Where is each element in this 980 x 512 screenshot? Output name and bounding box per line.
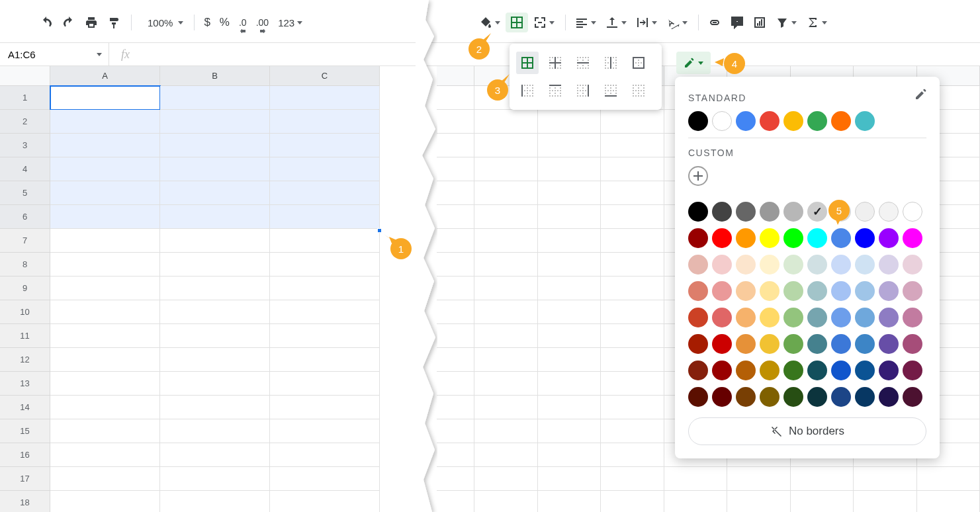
row-header[interactable]: 12 [0,348,50,372]
color-swatch[interactable] [807,228,827,248]
cell[interactable] [270,300,380,324]
color-swatch[interactable] [760,387,780,407]
cell[interactable] [601,467,664,491]
print-button[interactable] [81,13,102,32]
cell[interactable] [160,157,270,181]
text-wrap-button[interactable] [632,13,661,32]
cell[interactable] [538,419,601,443]
border-horizontal-button[interactable] [572,52,594,74]
insert-comment-button[interactable] [727,13,748,32]
color-swatch[interactable] [855,255,875,275]
color-swatch[interactable] [712,111,732,131]
cell[interactable] [160,300,270,324]
selection-handle[interactable] [377,228,382,233]
cell[interactable] [160,372,270,396]
cell[interactable] [270,86,380,110]
cell[interactable] [270,157,380,181]
row-header[interactable]: 3 [0,134,50,157]
cell[interactable] [160,110,270,134]
color-swatch[interactable] [807,361,827,380]
color-swatch[interactable] [736,308,756,327]
cell[interactable] [270,110,380,134]
cell[interactable] [160,253,270,277]
row-header[interactable]: 2 [0,110,50,134]
cell[interactable] [160,396,270,419]
cell[interactable] [437,253,474,277]
color-swatch[interactable] [712,228,732,248]
cell[interactable] [160,348,270,372]
cell[interactable] [538,229,601,253]
border-bottom-button[interactable] [600,79,622,102]
cell[interactable] [727,491,790,512]
add-custom-color-button[interactable] [688,166,708,186]
cell[interactable] [538,443,601,467]
cell[interactable] [437,491,474,512]
cell[interactable] [50,396,160,419]
cell[interactable] [270,348,380,372]
color-swatch[interactable] [807,202,827,222]
row-header[interactable]: 9 [0,277,50,300]
color-swatch[interactable] [712,281,732,301]
cell[interactable] [664,491,727,512]
cell[interactable] [160,229,270,253]
cell[interactable] [538,205,601,229]
row-header[interactable]: 11 [0,324,50,348]
color-swatch[interactable] [831,387,851,407]
border-top-button[interactable] [544,79,566,102]
cell[interactable] [601,300,664,324]
row-header[interactable]: 15 [0,419,50,443]
color-swatch[interactable] [760,111,780,131]
cell[interactable] [160,419,270,443]
cell[interactable] [270,443,380,467]
row-header[interactable]: 17 [0,467,50,491]
color-swatch[interactable] [903,308,922,327]
color-swatch[interactable] [688,361,708,380]
color-swatch[interactable] [903,281,922,301]
color-swatch[interactable] [807,308,827,327]
color-swatch[interactable] [879,308,899,327]
color-swatch[interactable] [783,228,803,248]
decrease-decimal-button[interactable]: .0 [235,13,251,32]
cell[interactable] [538,110,601,134]
color-swatch[interactable] [688,387,708,407]
cell[interactable] [50,277,160,300]
cell[interactable] [474,467,537,491]
color-swatch[interactable] [760,308,780,327]
color-swatch[interactable] [831,111,851,131]
cell[interactable] [601,157,664,181]
cell[interactable] [50,253,160,277]
cell[interactable] [854,491,916,512]
cell[interactable] [50,324,160,348]
color-swatch[interactable] [903,387,922,407]
color-swatch[interactable] [712,202,732,222]
color-swatch[interactable] [712,361,732,380]
cell[interactable] [160,277,270,300]
row-header[interactable]: 16 [0,443,50,467]
color-swatch[interactable] [831,308,851,327]
cell[interactable] [437,348,474,372]
border-clear-button[interactable] [627,79,650,102]
cell[interactable] [160,443,270,467]
color-swatch[interactable] [903,202,922,222]
cell[interactable] [437,181,474,205]
color-swatch[interactable] [879,334,899,354]
cell[interactable] [50,229,160,253]
color-swatch[interactable] [760,361,780,380]
cell[interactable] [437,467,474,491]
undo-button[interactable] [36,13,57,32]
border-right-button[interactable] [572,79,594,102]
cell[interactable] [474,324,537,348]
column-header[interactable]: B [160,66,270,86]
text-rotation-button[interactable] [662,13,691,32]
cell[interactable] [50,491,160,512]
color-swatch[interactable] [903,334,922,354]
color-swatch[interactable] [783,387,803,407]
cell[interactable] [50,86,160,110]
cell[interactable] [160,491,270,512]
cell[interactable] [270,324,380,348]
cell[interactable] [437,443,474,467]
color-swatch[interactable] [736,334,756,354]
cell[interactable] [474,348,537,372]
color-swatch[interactable] [879,387,899,407]
edit-custom-color-button[interactable] [914,87,928,101]
